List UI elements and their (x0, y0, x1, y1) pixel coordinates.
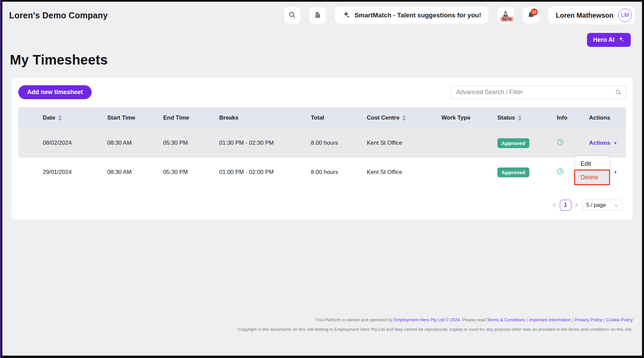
table-row: 29/01/2024 08:30 AM 05:30 PM 01:00 PM - … (18, 158, 626, 187)
column-header-info: Info (557, 114, 589, 121)
timesheets-table: Date Start Time End Time Breaks Total Co… (18, 107, 626, 187)
privacy-policy-link[interactable]: Privacy Policy (575, 317, 602, 322)
column-header-status: Status (497, 114, 557, 121)
footer-line-2: Copyright in the documents on this site … (2, 325, 633, 335)
column-header-actions: Actions (589, 114, 626, 121)
sparkle-icon (618, 36, 625, 44)
company-name: Loren's Demo Company (9, 11, 108, 20)
page-size-select[interactable]: 5 / page (582, 200, 622, 211)
app-window: Loren's Demo Company (2, 2, 642, 356)
global-search-button[interactable] (284, 7, 301, 24)
actions-dropdown-menu: Edit Delete (575, 156, 609, 185)
timesheets-card: Add new timesheet Date Start Time End Ti… (12, 78, 633, 219)
column-header-breaks: Breaks (219, 114, 311, 121)
terms-conditions-link[interactable]: Terms & Conditions (487, 317, 525, 322)
table-row: 08/02/2024 08:30 AM 05:30 PM 01:30 PM - … (18, 128, 626, 158)
sort-toggle-icon[interactable] (58, 115, 62, 121)
employment-hero-link[interactable]: Employment Hero Pty Ltd © 2024 (394, 317, 460, 322)
add-new-timesheet-button[interactable]: Add new timesheet (18, 85, 92, 99)
column-header-end-time: End Time (163, 114, 219, 121)
sort-toggle-icon[interactable] (518, 115, 522, 121)
beta-badge: BETA (500, 17, 513, 22)
building-icon (314, 11, 321, 20)
user-menu-button[interactable]: Loren Mathewson LM (548, 6, 635, 24)
hero-ai-label: Hero AI (593, 36, 614, 43)
column-header-cost-centre: Cost Centre (367, 114, 441, 121)
column-header-date: Date (43, 114, 107, 121)
important-information-link[interactable]: Important Information (529, 317, 571, 322)
cell-date: 29/01/2024 (43, 169, 107, 176)
top-bar-actions: SmartMatch - Talent suggestions for you!… (284, 6, 635, 24)
cell-date: 08/02/2024 (43, 140, 107, 146)
page-title: My Timesheets (10, 52, 642, 68)
pagination: < 1 > 5 / page (18, 200, 626, 211)
cell-status: Approved (497, 138, 557, 148)
cell-start-time: 08:30 AM (107, 140, 163, 146)
cell-total: 8.00 hours (311, 140, 367, 146)
sort-toggle-icon[interactable] (402, 115, 406, 121)
search-icon (288, 11, 296, 20)
cell-status: Approved (497, 167, 557, 177)
sparkle-icon (342, 11, 351, 20)
page-number-button[interactable]: 1 (560, 200, 571, 211)
footer: This Platform is owned and operated by E… (2, 315, 642, 356)
avatar: LM (618, 8, 632, 22)
search-icon (615, 89, 622, 97)
cell-cost-centre: Kent St Office (367, 169, 441, 176)
card-toolbar: Add new timesheet (18, 85, 626, 99)
clock-icon[interactable] (557, 170, 564, 176)
window-edge-accent (0, 0, 1, 358)
cell-breaks: 01:30 PM - 02:30 PM (219, 140, 311, 146)
smartmatch-button[interactable]: SmartMatch - Talent suggestions for you! (335, 7, 489, 24)
cell-actions: Actions ▼ (589, 140, 626, 146)
cell-end-time: 05:30 PM (163, 140, 219, 146)
menu-item-delete[interactable]: Delete (575, 171, 609, 184)
column-header-work-type: Work Type (441, 114, 497, 121)
previous-page-button[interactable]: < (553, 202, 556, 208)
cell-end-time: 05:30 PM (163, 169, 219, 176)
column-header-start-time: Start Time (107, 114, 163, 121)
caret-down-icon: ▼ (613, 170, 617, 174)
footer-line-1: This Platform is owned and operated by E… (2, 315, 633, 325)
table-header-row: Date Start Time End Time Breaks Total Co… (18, 107, 626, 128)
cookie-policy-link[interactable]: Cookie Policy (606, 317, 633, 322)
cell-info (557, 139, 589, 147)
hero-ai-button[interactable]: Hero AI (587, 33, 631, 47)
notification-count-badge: 13 (531, 8, 538, 16)
chevron-down-icon (614, 202, 618, 208)
caret-down-icon: ▼ (613, 141, 617, 145)
status-badge: Approved (497, 138, 529, 148)
actions-dropdown-trigger[interactable]: Actions ▼ (589, 140, 626, 146)
beta-labs-button[interactable]: BETA (497, 7, 514, 24)
user-name: Loren Mathewson (556, 12, 613, 19)
clock-icon[interactable] (557, 141, 564, 147)
smartmatch-label: SmartMatch - Talent suggestions for you! (355, 12, 481, 19)
top-bar: Loren's Demo Company (2, 2, 642, 24)
advanced-search (451, 86, 626, 99)
column-header-total: Total (311, 114, 367, 121)
page-size-value: 5 / page (586, 202, 606, 208)
notifications-button[interactable]: 13 (523, 7, 539, 24)
status-badge: Approved (497, 167, 529, 177)
cell-breaks: 01:00 PM - 02:00 PM (219, 169, 311, 176)
cell-cost-centre: Kent St Office (367, 140, 441, 146)
cell-start-time: 08:30 AM (107, 169, 163, 176)
cell-total: 8.00 hours (311, 169, 367, 176)
organisation-switcher-button[interactable] (309, 7, 326, 24)
advanced-search-input[interactable] (451, 86, 626, 99)
next-page-button[interactable]: > (575, 202, 578, 208)
menu-item-edit[interactable]: Edit (575, 157, 609, 171)
hero-ai-row: Hero AI (2, 24, 642, 47)
